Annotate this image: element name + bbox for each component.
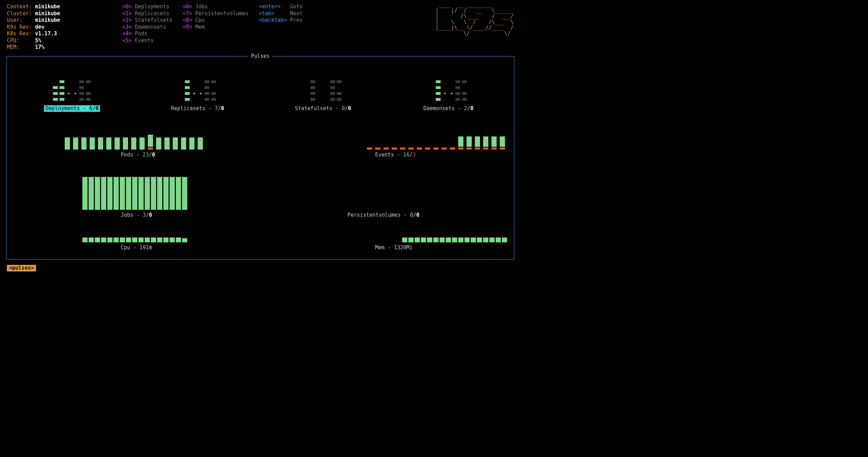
hotkey-1[interactable]: <1> [123,10,132,17]
deployments-label: Deployments [45,105,80,111]
daemonsets-label: Daemonsets [424,105,455,111]
hotkey-4[interactable]: <4> [123,30,132,37]
pulse-mem[interactable]: Mem - 1320Mi [261,220,510,251]
cluster-label: Cluster: [7,10,32,17]
cpu-label-2: Cpu [121,244,130,251]
hotkey-tab[interactable]: <tab> [259,10,274,17]
chart-icon [53,79,91,102]
k9s-logo: ____ __ ________ | |/ / __ \______ | /\_… [435,2,514,36]
pvs-label: Persistentvolumes [347,212,401,218]
context-label: Context: [7,3,32,10]
events-chart [367,129,507,150]
mem-value-2: 1320Mi [394,244,413,251]
hotkey-2[interactable]: <2> [123,17,132,23]
pulse-daemonsets[interactable]: Daemonsets - 2/0 [387,63,511,112]
pulse-deployments[interactable]: Deployments - 6/0 [10,63,134,112]
breadcrumb[interactable]: <pulses> [7,265,36,272]
cpu-label: CPU: [7,37,19,44]
hotkey-6[interactable]: <6> [183,3,192,10]
hotkey-7[interactable]: <7> [183,10,192,17]
k9srev-value: dev [35,24,44,30]
jobs-chart [82,175,187,210]
pods-chart [65,129,205,150]
chart-icon [429,79,468,102]
cpu-chart [82,228,187,242]
user-label: User: [7,17,22,23]
events-label: Events [375,152,394,158]
mem-label: MEM: [7,44,19,50]
cluster-value: minikube [35,10,60,17]
k8srev-value: v1.17.3 [35,30,57,37]
pulses-panel: Pulses Deployments - 6/0 Replicasets - 7… [6,56,514,260]
hotkey-3[interactable]: <3> [123,24,132,30]
k8srev-label: K8s Rev: [7,30,32,37]
context-value: minikube [35,3,60,10]
pulses-grid: Deployments - 6/0 Replicasets - 7/0 Stat… [10,63,510,256]
pulse-pvs[interactable]: Persistentvolumes - 0/0 [261,160,510,218]
pulse-events[interactable]: Events - 16/3 [261,113,510,158]
hotkey-col-1: <0> Deployments <1> Replicasets <2> Stat… [123,3,173,51]
mem-value: 17% [35,44,44,50]
hotkey-col-2: <6> Jobs <7> Persistentvolumes <8> Cpu <… [183,3,248,51]
hotkey-5[interactable]: <5> [123,37,132,44]
panel-title: Pulses [248,53,272,60]
user-value: minikube [35,17,60,23]
pulse-cpu[interactable]: Cpu - 191m [10,220,260,251]
mem-label-2: Mem [375,244,385,251]
jobs-label: Jobs [121,212,133,218]
mem-chart [402,228,507,242]
hotkeys: <0> Deployments <1> Replicasets <2> Stat… [123,3,303,51]
cpu-value: 5% [35,37,41,44]
pulse-replicasets[interactable]: Replicasets - 7/0 [136,63,260,112]
hotkey-8[interactable]: <8> [183,17,192,23]
pulse-pods[interactable]: Pods - 23/0 [10,113,260,158]
pods-label: Pods [121,152,133,158]
hotkey-col-3: <enter> Goto <tab> Next <backtab> Prev [259,3,302,51]
hotkey-0[interactable]: <0> [123,3,132,10]
statefulsets-label: Statefulsets [295,105,332,111]
hotkey-enter[interactable]: <enter> [259,3,281,10]
hotkey-backtab[interactable]: <backtab> [259,17,287,23]
hotkey-9[interactable]: <9> [183,24,192,30]
chart-icon [178,79,217,102]
k9srev-label: K9s Rev: [7,24,32,30]
pulse-jobs[interactable]: Jobs - 3/0 [10,160,260,218]
chart-icon [304,79,342,102]
cluster-info: Context: minikube Cluster: minikube User… [7,3,60,51]
cpu-value-2: 191m [139,244,152,251]
pulse-statefulsets[interactable]: Statefulsets - 0/0 [261,63,385,112]
replicasets-label: Replicasets [171,105,205,111]
